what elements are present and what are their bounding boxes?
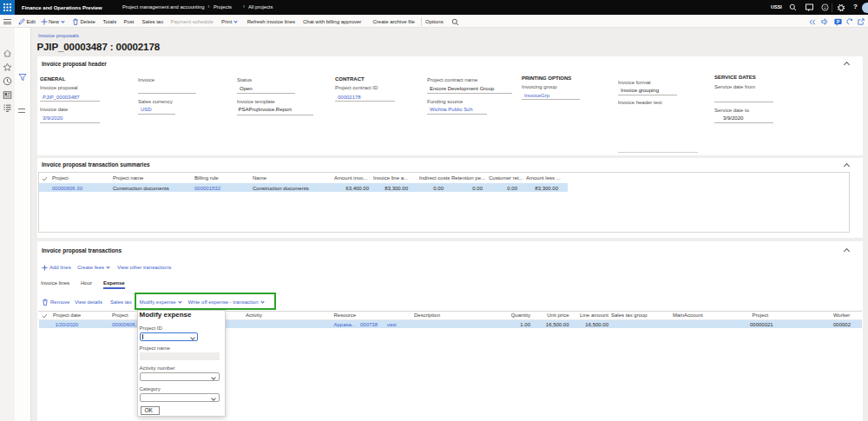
svg-text:P: P: [836, 18, 839, 23]
